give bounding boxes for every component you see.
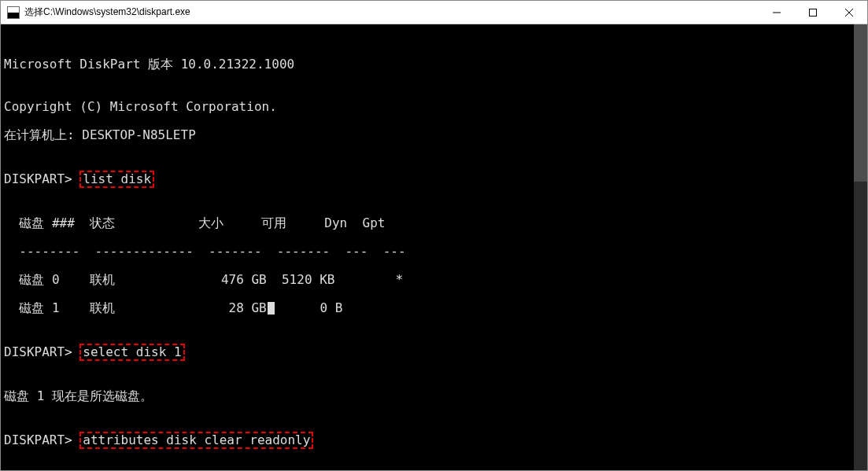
minimize-button[interactable] [759,1,795,24]
app-icon [7,6,20,19]
window-controls [759,1,867,24]
copyright-line: Copyright (C) Microsoft Corporation. [4,100,853,114]
minimize-icon [773,9,781,17]
window-title: 选择C:\Windows\system32\diskpart.exe [24,6,759,19]
close-button[interactable] [831,1,867,24]
msg-selected: 磁盘 1 现在是所选磁盘。 [4,389,853,403]
cmd-list-disk: list disk [79,171,154,188]
version-line: Microsoft DiskPart 版本 10.0.21322.1000 [4,57,853,72]
cmd-select-disk: select disk 1 [79,344,184,361]
row1-left: 磁盘 1 联机 28 GB [4,301,267,315]
prompt-prefix: DISKPART> [4,433,79,447]
table-header: 磁盘 ### 状态 大小 可用 Dyn Gpt [4,216,853,230]
table-row: 磁盘 0 联机 476 GB 5120 KB * [4,273,853,287]
terminal-area[interactable]: Microsoft DiskPart 版本 10.0.21322.1000 Co… [1,24,867,471]
prompt-prefix: DISKPART> [4,172,79,186]
block-cursor [268,302,275,315]
prompt-prefix: DISKPART> [4,345,79,359]
title-bar: 选择C:\Windows\system32\diskpart.exe [1,1,867,24]
maximize-icon [809,9,817,17]
terminal-output: Microsoft DiskPart 版本 10.0.21322.1000 Co… [1,24,853,471]
row1-right: 0 B [275,301,343,315]
prompt-line-2: DISKPART> select disk 1 [4,344,853,361]
table-row: 磁盘 1 联机 28 GB 0 B [4,301,853,315]
computer-line: 在计算机上: DESKTOP-N85LETP [4,128,853,142]
prompt-line-1: DISKPART> list disk [4,171,853,188]
cmd-attributes-clear: attributes disk clear readonly [79,432,313,449]
maximize-button[interactable] [795,1,831,24]
prompt-line-3: DISKPART> attributes disk clear readonly [4,432,853,449]
svg-rect-1 [810,9,817,16]
scrollbar-track[interactable] [854,24,867,471]
table-divider: -------- ------------- ------- ------- -… [4,245,853,259]
close-icon [845,9,853,17]
scrollbar-thumb[interactable] [854,24,867,182]
